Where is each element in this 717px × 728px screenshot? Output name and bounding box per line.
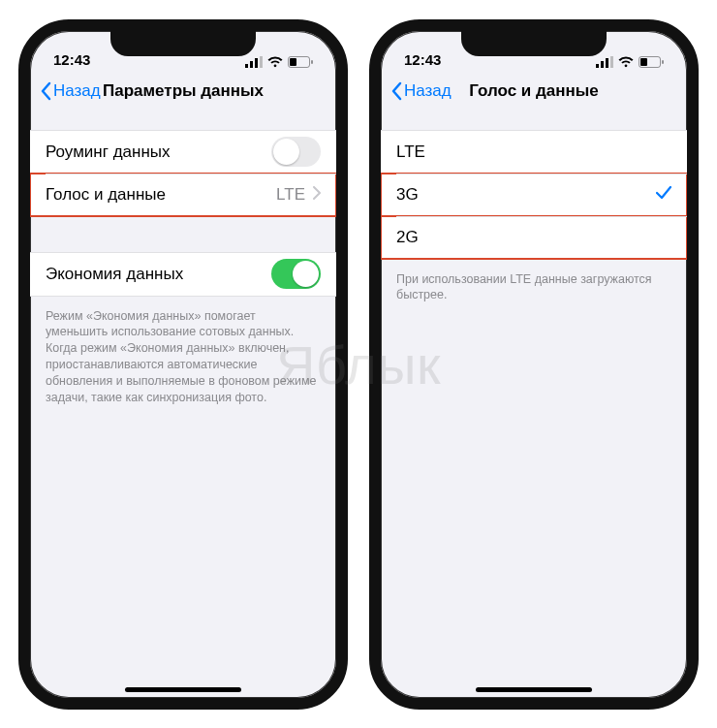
row-voice-data[interactable]: Голос и данные LTE <box>30 174 336 216</box>
row-roaming[interactable]: Роуминг данных <box>30 131 336 174</box>
option-lte[interactable]: LTE <box>381 131 687 174</box>
svg-rect-8 <box>601 61 604 68</box>
roaming-label: Роуминг данных <box>46 142 271 162</box>
svg-rect-13 <box>662 60 664 64</box>
home-indicator[interactable] <box>476 687 592 692</box>
option-label: 3G <box>396 185 656 205</box>
cellular-icon <box>596 56 613 68</box>
checkmark-icon <box>656 185 671 205</box>
voice-options-footer: При использовании LTE данные загружаются… <box>381 266 687 304</box>
svg-rect-10 <box>610 56 613 68</box>
device-left: 12:43 Назад Параметры данных Роуминг дан… <box>18 19 348 710</box>
svg-rect-12 <box>640 58 647 66</box>
voice-data-value: LTE <box>276 185 305 205</box>
svg-rect-7 <box>596 64 599 68</box>
battery-icon <box>639 56 664 68</box>
svg-rect-1 <box>250 61 253 68</box>
nav-bar: Назад Голос и данные <box>381 70 687 112</box>
status-icons <box>596 56 664 68</box>
back-label: Назад <box>404 81 452 101</box>
voice-data-label: Голос и данные <box>46 185 276 205</box>
low-data-footer: Режим «Экономия данных» помогает уменьши… <box>30 302 336 406</box>
home-indicator[interactable] <box>125 687 241 692</box>
group-voice-options: LTE 3G 2G <box>381 130 687 260</box>
back-label: Назад <box>53 81 101 101</box>
back-button[interactable]: Назад <box>390 81 452 101</box>
row-low-data[interactable]: Экономия данных <box>30 253 336 296</box>
device-notch <box>110 31 256 56</box>
device-right: 12:43 Назад Голос и данные LTE 3G <box>369 19 699 710</box>
option-3g[interactable]: 3G <box>381 174 687 216</box>
svg-rect-3 <box>260 56 263 68</box>
roaming-switch[interactable] <box>271 137 321 167</box>
group-low-data: Экономия данных <box>30 252 336 297</box>
svg-rect-9 <box>606 58 608 68</box>
back-button[interactable]: Назад <box>40 81 101 101</box>
option-label: 2G <box>396 228 671 247</box>
svg-rect-6 <box>311 60 313 64</box>
cellular-icon <box>245 56 263 68</box>
group-roaming-voice: Роуминг данных Голос и данные LTE <box>30 130 336 217</box>
device-notch <box>461 31 607 56</box>
wifi-icon <box>618 56 634 68</box>
wifi-icon <box>267 56 283 68</box>
nav-bar: Назад Параметры данных <box>30 70 336 112</box>
chevron-right-icon <box>313 185 321 205</box>
svg-rect-2 <box>255 58 258 68</box>
svg-rect-5 <box>290 58 296 66</box>
option-label: LTE <box>396 142 671 162</box>
low-data-switch[interactable] <box>271 259 321 289</box>
svg-rect-0 <box>245 64 248 68</box>
chevron-left-icon <box>390 81 402 101</box>
status-icons <box>245 56 313 68</box>
option-2g[interactable]: 2G <box>381 216 687 259</box>
battery-icon <box>288 56 313 68</box>
low-data-label: Экономия данных <box>46 265 271 284</box>
chevron-left-icon <box>40 81 51 101</box>
